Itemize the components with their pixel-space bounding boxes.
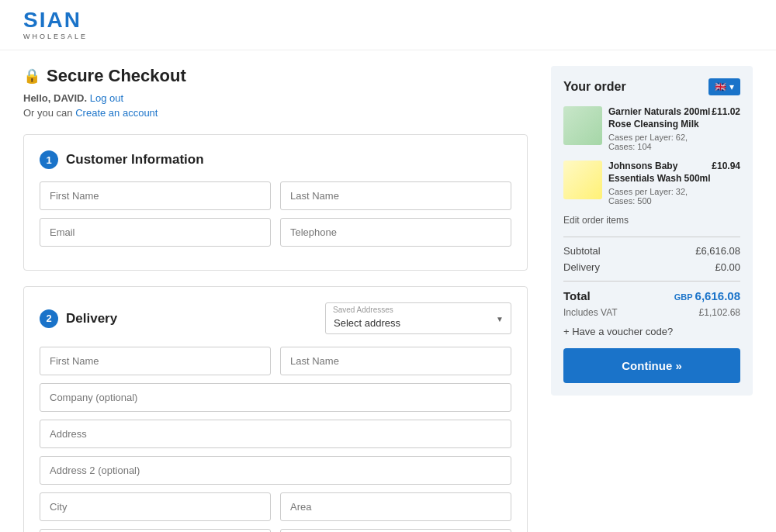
saved-address-select[interactable]: Select address	[325, 302, 511, 334]
delivery-first-name-input[interactable]	[40, 347, 271, 375]
order-item-1-details: Garnier Naturals 200ml Rose Cleansing Mi…	[608, 106, 740, 151]
delivery-city-input[interactable]	[40, 492, 271, 521]
page-title: 🔒 Secure Checkout	[23, 66, 528, 86]
logo-sian: SIAN	[23, 9, 81, 31]
order-item-2-details: Johnsons Baby Essentials Wash 500ml £10.…	[608, 161, 740, 206]
order-item-2-name: Johnsons Baby Essentials Wash 500ml	[608, 161, 712, 185]
customer-first-name-field	[40, 181, 271, 210]
order-summary: Your order 🇬🇧 ▾ Garnier Naturals 2	[551, 66, 753, 396]
section-header-delivery: 2 Delivery	[40, 309, 117, 328]
order-item-2-meta: Cases per Layer: 32, Cases: 500	[608, 187, 740, 206]
flag-button[interactable]: 🇬🇧 ▾	[708, 78, 740, 95]
order-summary-header: Your order 🇬🇧 ▾	[563, 78, 740, 95]
order-divider-2	[563, 281, 740, 282]
order-item-1-price: £11.02	[712, 106, 740, 117]
customer-telephone-field	[280, 218, 511, 247]
delivery-address2-field	[40, 456, 511, 485]
delivery-postcode-field	[280, 529, 511, 532]
customer-contact-row	[40, 218, 511, 247]
delivery-city-area-row	[40, 492, 511, 521]
section-title-delivery: Delivery	[66, 311, 117, 326]
delivery-area-field	[280, 492, 511, 521]
delivery-company-field	[40, 383, 511, 412]
edit-order-link[interactable]: Edit order items	[563, 215, 740, 226]
subtotal-row: Subtotal £6,616.08	[563, 245, 740, 257]
order-item-2: Johnsons Baby Essentials Wash 500ml £10.…	[563, 161, 740, 206]
total-label: Total	[563, 289, 591, 302]
total-value: 6,616.08	[695, 289, 740, 302]
delivery-company-row	[40, 383, 511, 412]
delivery-address-field	[40, 420, 511, 448]
delivery-country-postcode-row: Country United Kingdom United States Fra…	[40, 529, 511, 532]
customer-email-field	[40, 218, 271, 247]
delivery-last-name-input[interactable]	[280, 347, 511, 375]
section-number-1: 1	[40, 150, 58, 169]
saved-addresses-wrapper: Saved Addresses Select address	[325, 302, 511, 334]
subtotal-label: Subtotal	[563, 245, 601, 257]
header: SIAN WHOLESALE	[0, 0, 776, 50]
total-amount: GBP6,616.08	[674, 289, 740, 302]
total-currency: GBP	[674, 292, 693, 302]
delivery-country-field: Country United Kingdom United States Fra…	[40, 529, 271, 532]
delivery-postcode-input[interactable]	[280, 529, 511, 532]
order-item-image-2	[563, 161, 602, 199]
delivery-city-field	[40, 492, 271, 521]
order-summary-title: Your order	[563, 80, 626, 94]
delivery-address2-row	[40, 456, 511, 485]
delivery-row: Delivery £0.00	[563, 261, 740, 273]
delivery-address2-input[interactable]	[40, 456, 511, 485]
delivery-label: Delivery	[563, 261, 600, 273]
order-item-1-name: Garnier Naturals 200ml Rose Cleansing Mi…	[608, 106, 712, 130]
voucher-link[interactable]: + Have a voucher code?	[563, 326, 740, 337]
customer-name-row	[40, 181, 511, 210]
logo-wholesale: WHOLESALE	[23, 33, 88, 40]
order-summary-column: Your order 🇬🇧 ▾ Garnier Naturals 2	[551, 66, 753, 396]
order-item-2-price: £10.94	[712, 161, 740, 171]
section-title-customer: Customer Information	[66, 152, 204, 168]
customer-last-name-field	[280, 181, 511, 210]
order-divider-1	[563, 237, 740, 237]
checkout-title: Secure Checkout	[47, 66, 186, 86]
delivery-last-name-field	[280, 347, 511, 375]
vat-value: £1,102.68	[699, 307, 740, 318]
customer-telephone-input[interactable]	[280, 218, 511, 247]
customer-information-section: 1 Customer Information	[23, 134, 528, 271]
delivery-country-select[interactable]: United Kingdom United States France Germ…	[40, 529, 271, 532]
delivery-company-input[interactable]	[40, 383, 511, 412]
delivery-name-row	[40, 347, 511, 375]
flag-icon: 🇬🇧	[715, 81, 726, 92]
order-item-1: Garnier Naturals 200ml Rose Cleansing Mi…	[563, 106, 740, 151]
continue-button[interactable]: Continue »	[563, 348, 740, 383]
chevron-down-icon: ▾	[729, 81, 734, 92]
delivery-value: £0.00	[715, 261, 740, 273]
section-header-customer: 1 Customer Information	[40, 150, 511, 169]
create-account-prefix: Or you can	[23, 107, 73, 119]
lock-icon: 🔒	[23, 67, 40, 85]
left-column: 🔒 Secure Checkout Hello, DAVID. Log out …	[23, 66, 551, 532]
create-account-link[interactable]: Create an account	[75, 107, 158, 119]
vat-row: Includes VAT £1,102.68	[563, 307, 740, 318]
greeting: Hello, DAVID. Log out	[23, 92, 528, 104]
delivery-address-input[interactable]	[40, 420, 511, 448]
delivery-section: 2 Delivery Saved Addresses Select addres…	[23, 286, 528, 532]
order-item-1-meta: Cases per Layer: 62, Cases: 104	[608, 133, 740, 151]
logo: SIAN WHOLESALE	[23, 9, 753, 40]
vat-label: Includes VAT	[563, 307, 618, 318]
create-account-line: Or you can Create an account	[23, 107, 528, 119]
logout-link[interactable]: Log out	[90, 92, 123, 104]
section-number-2: 2	[40, 309, 58, 328]
delivery-area-input[interactable]	[280, 492, 511, 521]
delivery-first-name-field	[40, 347, 271, 375]
delivery-address-row	[40, 420, 511, 448]
customer-last-name-input[interactable]	[280, 181, 511, 210]
greeting-text: Hello, DAVID.	[23, 92, 87, 104]
total-row: Total GBP6,616.08	[563, 289, 740, 302]
customer-email-input[interactable]	[40, 218, 271, 247]
order-item-image-1	[563, 106, 602, 145]
subtotal-value: £6,616.08	[695, 245, 740, 257]
customer-first-name-input[interactable]	[40, 181, 271, 210]
